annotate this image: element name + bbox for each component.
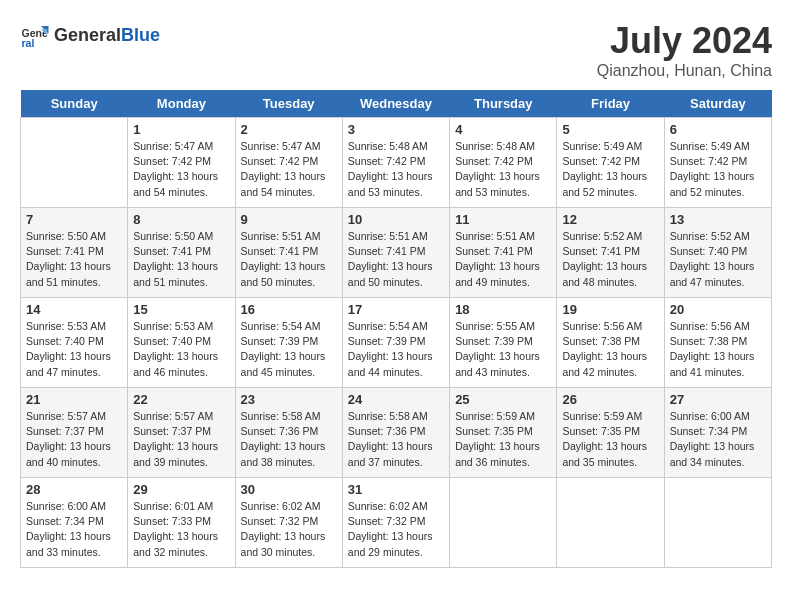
calendar-cell: 22Sunrise: 5:57 AM Sunset: 7:37 PM Dayli… [128,388,235,478]
calendar-cell: 4Sunrise: 5:48 AM Sunset: 7:42 PM Daylig… [450,118,557,208]
date-number: 10 [348,212,444,227]
cell-info: Sunrise: 5:47 AM Sunset: 7:42 PM Dayligh… [133,139,229,200]
week-row-4: 21Sunrise: 5:57 AM Sunset: 7:37 PM Dayli… [21,388,772,478]
calendar-cell: 18Sunrise: 5:55 AM Sunset: 7:39 PM Dayli… [450,298,557,388]
calendar-cell: 23Sunrise: 5:58 AM Sunset: 7:36 PM Dayli… [235,388,342,478]
calendar-subtitle: Qianzhou, Hunan, China [597,62,772,80]
day-header-friday: Friday [557,90,664,118]
calendar-cell [664,478,771,568]
cell-info: Sunrise: 5:55 AM Sunset: 7:39 PM Dayligh… [455,319,551,380]
calendar-cell: 28Sunrise: 6:00 AM Sunset: 7:34 PM Dayli… [21,478,128,568]
date-number: 25 [455,392,551,407]
calendar-cell: 21Sunrise: 5:57 AM Sunset: 7:37 PM Dayli… [21,388,128,478]
week-row-3: 14Sunrise: 5:53 AM Sunset: 7:40 PM Dayli… [21,298,772,388]
date-number: 8 [133,212,229,227]
logo-icon: Gene ral [20,20,50,50]
day-header-thursday: Thursday [450,90,557,118]
cell-info: Sunrise: 5:49 AM Sunset: 7:42 PM Dayligh… [562,139,658,200]
date-number: 27 [670,392,766,407]
cell-info: Sunrise: 5:57 AM Sunset: 7:37 PM Dayligh… [133,409,229,470]
cell-info: Sunrise: 5:49 AM Sunset: 7:42 PM Dayligh… [670,139,766,200]
calendar-cell: 9Sunrise: 5:51 AM Sunset: 7:41 PM Daylig… [235,208,342,298]
cell-info: Sunrise: 6:00 AM Sunset: 7:34 PM Dayligh… [670,409,766,470]
calendar-cell: 10Sunrise: 5:51 AM Sunset: 7:41 PM Dayli… [342,208,449,298]
calendar-cell: 2Sunrise: 5:47 AM Sunset: 7:42 PM Daylig… [235,118,342,208]
calendar-cell: 15Sunrise: 5:53 AM Sunset: 7:40 PM Dayli… [128,298,235,388]
cell-info: Sunrise: 5:51 AM Sunset: 7:41 PM Dayligh… [455,229,551,290]
date-number: 23 [241,392,337,407]
cell-info: Sunrise: 5:47 AM Sunset: 7:42 PM Dayligh… [241,139,337,200]
svg-text:ral: ral [22,37,35,49]
calendar-cell: 3Sunrise: 5:48 AM Sunset: 7:42 PM Daylig… [342,118,449,208]
days-header-row: SundayMondayTuesdayWednesdayThursdayFrid… [21,90,772,118]
date-number: 9 [241,212,337,227]
calendar-cell: 8Sunrise: 5:50 AM Sunset: 7:41 PM Daylig… [128,208,235,298]
cell-info: Sunrise: 5:58 AM Sunset: 7:36 PM Dayligh… [241,409,337,470]
date-number: 31 [348,482,444,497]
calendar-cell: 5Sunrise: 5:49 AM Sunset: 7:42 PM Daylig… [557,118,664,208]
calendar-cell: 27Sunrise: 6:00 AM Sunset: 7:34 PM Dayli… [664,388,771,478]
date-number: 14 [26,302,122,317]
calendar-cell: 19Sunrise: 5:56 AM Sunset: 7:38 PM Dayli… [557,298,664,388]
calendar-cell: 25Sunrise: 5:59 AM Sunset: 7:35 PM Dayli… [450,388,557,478]
date-number: 4 [455,122,551,137]
cell-info: Sunrise: 5:56 AM Sunset: 7:38 PM Dayligh… [670,319,766,380]
cell-info: Sunrise: 5:54 AM Sunset: 7:39 PM Dayligh… [348,319,444,380]
calendar-cell: 17Sunrise: 5:54 AM Sunset: 7:39 PM Dayli… [342,298,449,388]
header: Gene ral General Blue July 2024 Qianzhou… [20,20,772,80]
date-number: 24 [348,392,444,407]
calendar-cell [450,478,557,568]
cell-info: Sunrise: 5:59 AM Sunset: 7:35 PM Dayligh… [562,409,658,470]
date-number: 20 [670,302,766,317]
date-number: 15 [133,302,229,317]
day-header-monday: Monday [128,90,235,118]
date-number: 16 [241,302,337,317]
cell-info: Sunrise: 5:48 AM Sunset: 7:42 PM Dayligh… [455,139,551,200]
date-number: 11 [455,212,551,227]
calendar-cell: 12Sunrise: 5:52 AM Sunset: 7:41 PM Dayli… [557,208,664,298]
cell-info: Sunrise: 6:02 AM Sunset: 7:32 PM Dayligh… [348,499,444,560]
cell-info: Sunrise: 5:53 AM Sunset: 7:40 PM Dayligh… [26,319,122,380]
week-row-2: 7Sunrise: 5:50 AM Sunset: 7:41 PM Daylig… [21,208,772,298]
cell-info: Sunrise: 6:01 AM Sunset: 7:33 PM Dayligh… [133,499,229,560]
date-number: 12 [562,212,658,227]
date-number: 2 [241,122,337,137]
calendar-cell: 26Sunrise: 5:59 AM Sunset: 7:35 PM Dayli… [557,388,664,478]
calendar-cell: 24Sunrise: 5:58 AM Sunset: 7:36 PM Dayli… [342,388,449,478]
cell-info: Sunrise: 5:50 AM Sunset: 7:41 PM Dayligh… [133,229,229,290]
calendar-cell: 7Sunrise: 5:50 AM Sunset: 7:41 PM Daylig… [21,208,128,298]
calendar-cell: 31Sunrise: 6:02 AM Sunset: 7:32 PM Dayli… [342,478,449,568]
date-number: 26 [562,392,658,407]
date-number: 29 [133,482,229,497]
calendar-cell: 14Sunrise: 5:53 AM Sunset: 7:40 PM Dayli… [21,298,128,388]
cell-info: Sunrise: 5:54 AM Sunset: 7:39 PM Dayligh… [241,319,337,380]
date-number: 30 [241,482,337,497]
day-header-wednesday: Wednesday [342,90,449,118]
day-header-sunday: Sunday [21,90,128,118]
logo: Gene ral General Blue [20,20,160,50]
date-number: 13 [670,212,766,227]
logo-blue-text: Blue [121,25,160,46]
day-header-tuesday: Tuesday [235,90,342,118]
cell-info: Sunrise: 5:59 AM Sunset: 7:35 PM Dayligh… [455,409,551,470]
date-number: 5 [562,122,658,137]
date-number: 7 [26,212,122,227]
cell-info: Sunrise: 5:48 AM Sunset: 7:42 PM Dayligh… [348,139,444,200]
day-header-saturday: Saturday [664,90,771,118]
cell-info: Sunrise: 5:52 AM Sunset: 7:40 PM Dayligh… [670,229,766,290]
cell-info: Sunrise: 5:51 AM Sunset: 7:41 PM Dayligh… [348,229,444,290]
calendar-cell [557,478,664,568]
week-row-1: 1Sunrise: 5:47 AM Sunset: 7:42 PM Daylig… [21,118,772,208]
cell-info: Sunrise: 6:00 AM Sunset: 7:34 PM Dayligh… [26,499,122,560]
cell-info: Sunrise: 5:52 AM Sunset: 7:41 PM Dayligh… [562,229,658,290]
calendar-cell [21,118,128,208]
cell-info: Sunrise: 5:56 AM Sunset: 7:38 PM Dayligh… [562,319,658,380]
date-number: 3 [348,122,444,137]
logo-general-text: General [54,25,121,46]
calendar-cell: 1Sunrise: 5:47 AM Sunset: 7:42 PM Daylig… [128,118,235,208]
calendar-cell: 16Sunrise: 5:54 AM Sunset: 7:39 PM Dayli… [235,298,342,388]
calendar-cell: 13Sunrise: 5:52 AM Sunset: 7:40 PM Dayli… [664,208,771,298]
calendar-cell: 20Sunrise: 5:56 AM Sunset: 7:38 PM Dayli… [664,298,771,388]
date-number: 6 [670,122,766,137]
date-number: 17 [348,302,444,317]
